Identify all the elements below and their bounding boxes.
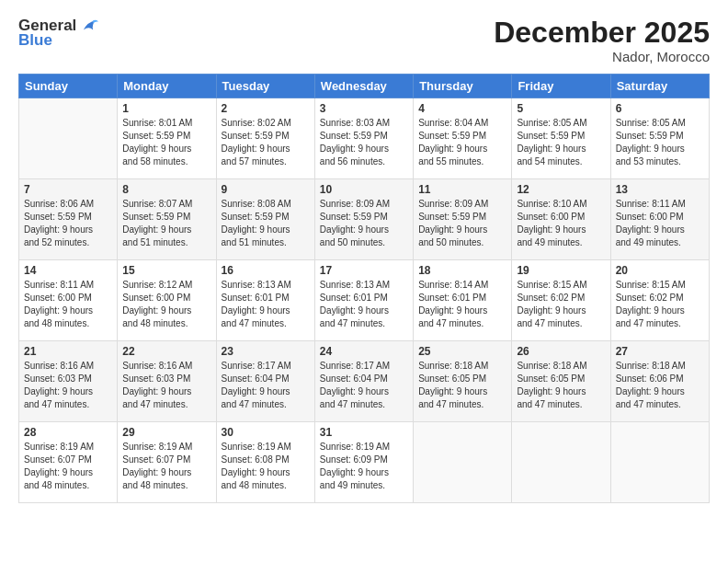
day-info: Sunrise: 8:19 AM Sunset: 6:07 PM Dayligh… xyxy=(24,441,112,492)
calendar-cell: 15Sunrise: 8:12 AM Sunset: 6:00 PM Dayli… xyxy=(118,260,216,341)
day-info: Sunrise: 8:09 AM Sunset: 5:59 PM Dayligh… xyxy=(418,198,506,249)
day-number: 1 xyxy=(122,102,210,115)
day-info: Sunrise: 8:09 AM Sunset: 5:59 PM Dayligh… xyxy=(320,198,408,249)
day-number: 26 xyxy=(517,345,605,358)
day-info: Sunrise: 8:08 AM Sunset: 5:59 PM Dayligh… xyxy=(222,198,310,249)
calendar-week-row: 21Sunrise: 8:16 AM Sunset: 6:03 PM Dayli… xyxy=(19,341,710,422)
day-number: 31 xyxy=(320,426,408,439)
day-info: Sunrise: 8:15 AM Sunset: 6:02 PM Dayligh… xyxy=(517,279,605,330)
day-number: 5 xyxy=(517,102,605,115)
calendar-cell: 13Sunrise: 8:11 AM Sunset: 6:00 PM Dayli… xyxy=(610,179,709,260)
calendar-cell: 21Sunrise: 8:16 AM Sunset: 6:03 PM Dayli… xyxy=(19,341,118,422)
title-section: December 2025 Nador, Morocco xyxy=(494,17,710,64)
day-info: Sunrise: 8:03 AM Sunset: 5:59 PM Dayligh… xyxy=(320,117,408,168)
calendar-day-header: Tuesday xyxy=(216,75,314,98)
day-number: 7 xyxy=(24,183,112,196)
calendar-day-header: Monday xyxy=(118,75,216,98)
day-info: Sunrise: 8:18 AM Sunset: 6:05 PM Dayligh… xyxy=(517,360,605,411)
day-number: 29 xyxy=(122,426,210,439)
day-number: 15 xyxy=(122,264,210,277)
calendar-table: SundayMondayTuesdayWednesdayThursdayFrid… xyxy=(18,74,710,503)
day-number: 16 xyxy=(222,264,310,277)
calendar-cell: 11Sunrise: 8:09 AM Sunset: 5:59 PM Dayli… xyxy=(414,179,512,260)
day-info: Sunrise: 8:13 AM Sunset: 6:01 PM Dayligh… xyxy=(222,279,310,330)
day-number: 10 xyxy=(320,183,408,196)
calendar-cell: 2Sunrise: 8:02 AM Sunset: 5:59 PM Daylig… xyxy=(216,98,314,179)
calendar-header-row: SundayMondayTuesdayWednesdayThursdayFrid… xyxy=(19,75,710,98)
day-number: 21 xyxy=(24,345,112,358)
calendar-week-row: 1Sunrise: 8:01 AM Sunset: 5:59 PM Daylig… xyxy=(19,98,710,179)
calendar-week-row: 28Sunrise: 8:19 AM Sunset: 6:07 PM Dayli… xyxy=(19,422,710,503)
day-number: 25 xyxy=(418,345,506,358)
calendar-cell: 10Sunrise: 8:09 AM Sunset: 5:59 PM Dayli… xyxy=(314,179,413,260)
calendar-cell xyxy=(414,422,512,503)
subtitle: Nador, Morocco xyxy=(494,49,710,64)
main-title: December 2025 xyxy=(494,17,710,49)
calendar-cell: 14Sunrise: 8:11 AM Sunset: 6:00 PM Dayli… xyxy=(19,260,118,341)
day-number: 11 xyxy=(418,183,506,196)
day-info: Sunrise: 8:06 AM Sunset: 5:59 PM Dayligh… xyxy=(24,198,112,249)
calendar-cell: 25Sunrise: 8:18 AM Sunset: 6:05 PM Dayli… xyxy=(414,341,512,422)
calendar-cell: 8Sunrise: 8:07 AM Sunset: 5:59 PM Daylig… xyxy=(118,179,216,260)
day-number: 23 xyxy=(222,345,310,358)
calendar-cell: 28Sunrise: 8:19 AM Sunset: 6:07 PM Dayli… xyxy=(19,422,118,503)
calendar-cell: 16Sunrise: 8:13 AM Sunset: 6:01 PM Dayli… xyxy=(216,260,314,341)
calendar-day-header: Wednesday xyxy=(314,75,413,98)
day-info: Sunrise: 8:05 AM Sunset: 5:59 PM Dayligh… xyxy=(616,117,704,168)
day-number: 27 xyxy=(616,345,704,358)
day-number: 24 xyxy=(320,345,408,358)
calendar-cell xyxy=(19,98,118,179)
calendar-day-header: Friday xyxy=(512,75,610,98)
day-info: Sunrise: 8:19 AM Sunset: 6:09 PM Dayligh… xyxy=(320,441,408,492)
day-info: Sunrise: 8:18 AM Sunset: 6:06 PM Dayligh… xyxy=(616,360,704,411)
day-number: 19 xyxy=(517,264,605,277)
calendar-cell: 20Sunrise: 8:15 AM Sunset: 6:02 PM Dayli… xyxy=(610,260,709,341)
header: General Blue December 2025 Nador, Morocc… xyxy=(18,17,710,64)
day-number: 6 xyxy=(616,102,704,115)
day-info: Sunrise: 8:11 AM Sunset: 6:00 PM Dayligh… xyxy=(616,198,704,249)
calendar-cell: 19Sunrise: 8:15 AM Sunset: 6:02 PM Dayli… xyxy=(512,260,610,341)
day-number: 2 xyxy=(222,102,310,115)
day-info: Sunrise: 8:18 AM Sunset: 6:05 PM Dayligh… xyxy=(418,360,506,411)
calendar-cell: 7Sunrise: 8:06 AM Sunset: 5:59 PM Daylig… xyxy=(19,179,118,260)
calendar-cell xyxy=(512,422,610,503)
day-number: 28 xyxy=(24,426,112,439)
logo: General Blue xyxy=(18,17,98,50)
day-info: Sunrise: 8:16 AM Sunset: 6:03 PM Dayligh… xyxy=(24,360,112,411)
calendar-cell: 1Sunrise: 8:01 AM Sunset: 5:59 PM Daylig… xyxy=(118,98,216,179)
calendar-week-row: 14Sunrise: 8:11 AM Sunset: 6:00 PM Dayli… xyxy=(19,260,710,341)
day-number: 14 xyxy=(24,264,112,277)
day-number: 20 xyxy=(616,264,704,277)
calendar-cell: 12Sunrise: 8:10 AM Sunset: 6:00 PM Dayli… xyxy=(512,179,610,260)
day-number: 3 xyxy=(320,102,408,115)
day-number: 30 xyxy=(222,426,310,439)
day-info: Sunrise: 8:04 AM Sunset: 5:59 PM Dayligh… xyxy=(418,117,506,168)
calendar-cell: 31Sunrise: 8:19 AM Sunset: 6:09 PM Dayli… xyxy=(314,422,413,503)
calendar-cell: 24Sunrise: 8:17 AM Sunset: 6:04 PM Dayli… xyxy=(314,341,413,422)
day-info: Sunrise: 8:05 AM Sunset: 5:59 PM Dayligh… xyxy=(517,117,605,168)
calendar-cell: 17Sunrise: 8:13 AM Sunset: 6:01 PM Dayli… xyxy=(314,260,413,341)
day-info: Sunrise: 8:15 AM Sunset: 6:02 PM Dayligh… xyxy=(616,279,704,330)
calendar-cell: 18Sunrise: 8:14 AM Sunset: 6:01 PM Dayli… xyxy=(414,260,512,341)
calendar-cell: 4Sunrise: 8:04 AM Sunset: 5:59 PM Daylig… xyxy=(414,98,512,179)
calendar-cell: 26Sunrise: 8:18 AM Sunset: 6:05 PM Dayli… xyxy=(512,341,610,422)
day-number: 22 xyxy=(122,345,210,358)
calendar-week-row: 7Sunrise: 8:06 AM Sunset: 5:59 PM Daylig… xyxy=(19,179,710,260)
page: General Blue December 2025 Nador, Morocc… xyxy=(0,0,728,563)
day-info: Sunrise: 8:10 AM Sunset: 6:00 PM Dayligh… xyxy=(517,198,605,249)
day-number: 12 xyxy=(517,183,605,196)
day-info: Sunrise: 8:17 AM Sunset: 6:04 PM Dayligh… xyxy=(222,360,310,411)
day-number: 4 xyxy=(418,102,506,115)
calendar-cell: 3Sunrise: 8:03 AM Sunset: 5:59 PM Daylig… xyxy=(314,98,413,179)
calendar-cell: 5Sunrise: 8:05 AM Sunset: 5:59 PM Daylig… xyxy=(512,98,610,179)
calendar-cell: 27Sunrise: 8:18 AM Sunset: 6:06 PM Dayli… xyxy=(610,341,709,422)
day-number: 18 xyxy=(418,264,506,277)
calendar-day-header: Saturday xyxy=(610,75,709,98)
day-info: Sunrise: 8:12 AM Sunset: 6:00 PM Dayligh… xyxy=(122,279,210,330)
day-info: Sunrise: 8:13 AM Sunset: 6:01 PM Dayligh… xyxy=(320,279,408,330)
calendar-cell: 30Sunrise: 8:19 AM Sunset: 6:08 PM Dayli… xyxy=(216,422,314,503)
day-number: 13 xyxy=(616,183,704,196)
day-info: Sunrise: 8:17 AM Sunset: 6:04 PM Dayligh… xyxy=(320,360,408,411)
day-info: Sunrise: 8:14 AM Sunset: 6:01 PM Dayligh… xyxy=(418,279,506,330)
day-info: Sunrise: 8:07 AM Sunset: 5:59 PM Dayligh… xyxy=(122,198,210,249)
